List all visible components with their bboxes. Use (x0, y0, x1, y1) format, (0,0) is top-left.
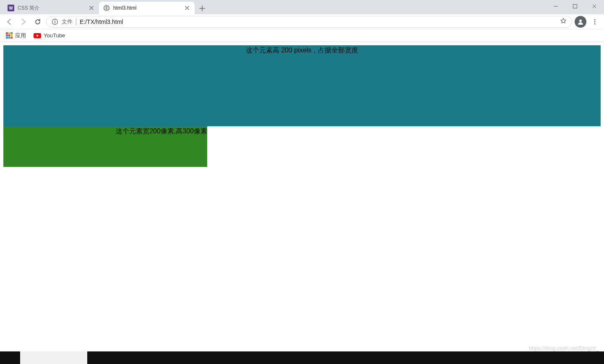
svg-rect-4 (55, 21, 55, 23)
w3c-favicon-icon: W (8, 5, 14, 11)
close-icon[interactable] (88, 5, 95, 11)
maximize-button[interactable] (565, 0, 585, 13)
tab-title: html3.html (113, 5, 180, 11)
omnibox-divider (76, 18, 76, 25)
apps-grid-icon (6, 32, 13, 39)
svg-point-8 (594, 23, 596, 24)
back-button[interactable] (3, 16, 15, 28)
bookmark-label: YouTube (44, 32, 65, 39)
new-tab-button[interactable] (196, 3, 208, 14)
tab-html3[interactable]: html3.html (99, 2, 195, 14)
reload-button[interactable] (32, 16, 44, 28)
file-scheme-label: 文件 (62, 18, 73, 26)
url-text: E:/TX/html3.html (80, 18, 557, 25)
bookmark-youtube[interactable]: YouTube (31, 31, 68, 40)
globe-favicon-icon (103, 5, 110, 11)
youtube-icon (34, 33, 41, 38)
kebab-menu-icon[interactable] (589, 16, 601, 28)
profile-button[interactable] (575, 16, 586, 28)
tab-strip: W CSS 简介 html3.html (0, 0, 604, 14)
apps-label: 应用 (15, 32, 26, 39)
bookmark-star-icon[interactable] (560, 18, 567, 26)
svg-point-6 (594, 19, 596, 20)
teal-full-width-box: 这个元素高 200 pixels，占据全部宽度 (3, 45, 601, 126)
close-window-button[interactable] (585, 0, 604, 13)
taskbar-active-app[interactable] (20, 351, 87, 364)
forward-button[interactable] (18, 16, 29, 28)
green-fixed-box: 这个元素宽200像素,高300像素 (3, 126, 207, 167)
address-bar[interactable]: 文件 E:/TX/html3.html (46, 16, 572, 28)
apps-shortcut[interactable]: 应用 (3, 30, 29, 41)
tab-title: CSS 简介 (18, 5, 85, 12)
svg-rect-1 (573, 5, 577, 8)
tab-css-intro[interactable]: W CSS 简介 (3, 2, 99, 14)
windows-taskbar[interactable] (0, 351, 604, 364)
browser-toolbar: 文件 E:/TX/html3.html (0, 14, 604, 29)
minimize-button[interactable] (546, 0, 565, 13)
bookmarks-bar: 应用 YouTube (0, 29, 604, 42)
svg-point-7 (594, 21, 596, 22)
close-icon[interactable] (184, 5, 190, 11)
svg-point-5 (579, 19, 582, 22)
svg-point-3 (55, 20, 55, 21)
window-controls (546, 0, 604, 14)
info-icon[interactable] (52, 18, 58, 25)
page-viewport: 这个元素高 200 pixels，占据全部宽度 这个元素宽200像素,高300像… (0, 42, 604, 351)
